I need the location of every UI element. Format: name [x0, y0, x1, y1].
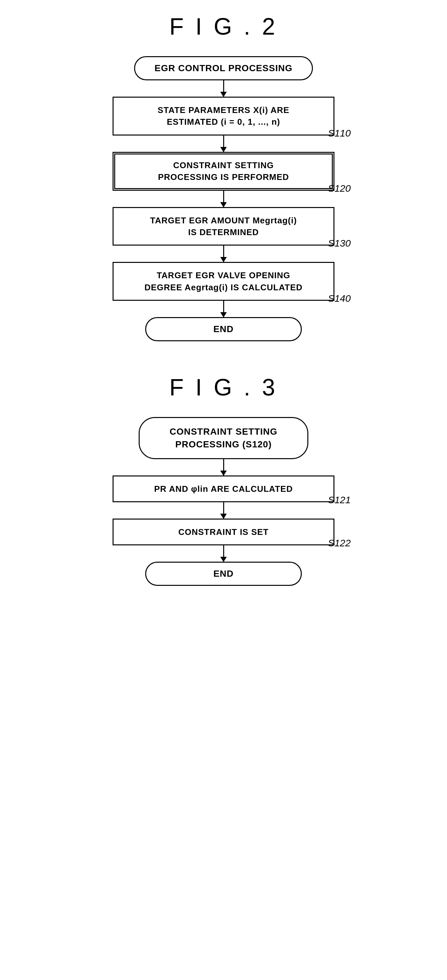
- arrow-5: [223, 301, 224, 317]
- arrow-2: [223, 135, 224, 152]
- arrow-f3-1: [223, 459, 224, 476]
- arrow-f3-3: [223, 545, 224, 562]
- page: F I G . 2 EGR CONTROL PROCESSING STATE P…: [0, 0, 447, 980]
- fig3-end-node: END: [145, 562, 302, 586]
- s140-node: TARGET EGR VALVE OPENING DEGREE Aegrtag(…: [113, 262, 334, 301]
- fig3-section: F I G . 3 CONSTRAINT SETTING PROCESSING …: [77, 374, 370, 586]
- s110-node: STATE PARAMETERS X(i) ARE ESTIMATED (i =…: [113, 97, 334, 135]
- s120-label: S120: [328, 183, 351, 194]
- s130-wrapper: TARGET EGR AMOUNT Megrtag(i) IS DETERMIN…: [77, 207, 370, 246]
- s140-text: TARGET EGR VALVE OPENING DEGREE Aegrtag(…: [144, 270, 303, 292]
- s121-label: S121: [328, 495, 351, 506]
- s110-label: S110: [328, 128, 351, 139]
- s130-text: TARGET EGR AMOUNT Megrtag(i) IS DETERMIN…: [150, 216, 297, 237]
- arrow-3: [223, 191, 224, 207]
- fig2-end-wrapper: END: [77, 317, 370, 341]
- arrow-4: [223, 246, 224, 262]
- fig3-end-wrapper: END: [77, 562, 370, 586]
- arrow-1: [223, 80, 224, 97]
- s140-wrapper: TARGET EGR VALVE OPENING DEGREE Aegrtag(…: [77, 262, 370, 301]
- egr-control-start-node: EGR CONTROL PROCESSING: [134, 56, 313, 80]
- egr-control-start-wrapper: EGR CONTROL PROCESSING: [77, 56, 370, 80]
- s120-node: CONSTRAINT SETTING PROCESSING IS PERFORM…: [113, 152, 334, 191]
- fig3-title: F I G . 3: [170, 374, 277, 401]
- s140-label: S140: [328, 293, 351, 304]
- s122-wrapper: CONSTRAINT IS SET S122: [77, 519, 370, 545]
- fig2-section: F I G . 2 EGR CONTROL PROCESSING STATE P…: [77, 13, 370, 341]
- s120-wrapper: CONSTRAINT SETTING PROCESSING IS PERFORM…: [77, 152, 370, 191]
- fig2-title: F I G . 2: [170, 13, 277, 40]
- constraint-start-wrapper: CONSTRAINT SETTING PROCESSING (S120): [77, 417, 370, 459]
- s121-wrapper: PR AND φlin ARE CALCULATED S121: [77, 476, 370, 502]
- s122-label: S122: [328, 538, 351, 549]
- s110-wrapper: STATE PARAMETERS X(i) ARE ESTIMATED (i =…: [77, 97, 370, 135]
- s130-label: S130: [328, 238, 351, 249]
- constraint-start-node: CONSTRAINT SETTING PROCESSING (S120): [139, 417, 308, 459]
- s122-node: CONSTRAINT IS SET: [113, 519, 334, 545]
- arrow-f3-2: [223, 502, 224, 519]
- s130-node: TARGET EGR AMOUNT Megrtag(i) IS DETERMIN…: [113, 207, 334, 246]
- s121-node: PR AND φlin ARE CALCULATED: [113, 476, 334, 502]
- constraint-start-text: CONSTRAINT SETTING PROCESSING (S120): [170, 426, 277, 449]
- s110-text: STATE PARAMETERS X(i) ARE ESTIMATED (i =…: [158, 105, 289, 127]
- s120-text: CONSTRAINT SETTING PROCESSING IS PERFORM…: [158, 160, 289, 182]
- fig2-end-node: END: [145, 317, 302, 341]
